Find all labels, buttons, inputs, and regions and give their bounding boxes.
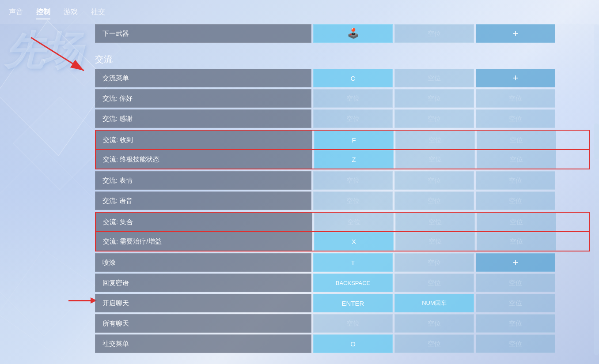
row-next-weapon: 下一武器 🕹️ 空位 + <box>95 24 590 43</box>
action-open-chat: 开启聊天 <box>95 294 311 312</box>
action-rally: 交流: 集合 <box>96 213 312 231</box>
row-social-menu: 社交菜单 O 空位 空位 <box>95 334 590 353</box>
row-rally: 交流: 集合 空位 空位 空位 <box>96 213 589 231</box>
row-hello: 交流: 你好 空位 空位 空位 <box>95 89 590 108</box>
key-rally-2[interactable]: 空位 <box>395 213 475 231</box>
key-hello-2[interactable]: 空位 <box>394 89 474 108</box>
nav-item-sound[interactable]: 声音 <box>9 6 23 19</box>
key-emote-2[interactable]: 空位 <box>394 171 474 190</box>
key-spray-2[interactable]: 空位 <box>394 253 474 272</box>
nav-bar: 声音 控制 游戏 社交 <box>0 0 599 24</box>
action-voice: 交流: 语音 <box>95 191 311 210</box>
key-heal-3[interactable]: 空位 <box>477 232 556 251</box>
row-reply: 回复密语 BACKSPACE 空位 空位 <box>95 274 590 292</box>
action-communication-menu: 交流菜单 <box>95 69 311 87</box>
key-ultimate-status-2[interactable]: 空位 <box>395 150 475 169</box>
key-open-chat-2[interactable]: NUM回车 <box>394 294 474 312</box>
row-emote: 交流: 表情 空位 空位 空位 <box>95 171 590 190</box>
action-hello: 交流: 你好 <box>95 89 311 108</box>
key-all-chat-2[interactable]: 空位 <box>394 314 474 333</box>
key-all-chat-1[interactable]: 空位 <box>313 314 393 333</box>
key-heal-2[interactable]: 空位 <box>395 232 475 251</box>
key-next-weapon-3[interactable]: + <box>476 24 555 43</box>
key-rally-1[interactable]: 空位 <box>314 213 394 231</box>
key-reply-3[interactable]: 空位 <box>476 274 555 292</box>
key-ultimate-status-3[interactable]: 空位 <box>477 150 556 169</box>
action-reply: 回复密语 <box>95 274 311 292</box>
key-next-weapon-2[interactable]: 空位 <box>394 24 474 43</box>
action-all-chat: 所有聊天 <box>95 314 311 333</box>
scrollbar-thumb[interactable] <box>594 124 599 159</box>
row-open-chat: 开启聊天 ENTER NUM回车 空位 <box>95 294 590 312</box>
row-thanks: 交流: 感谢 空位 空位 空位 <box>95 109 590 128</box>
nav-item-game[interactable]: 游戏 <box>64 6 78 19</box>
row-heal: 交流: 需要治疗/增益 X 空位 空位 <box>96 232 589 251</box>
main-content: 下一武器 🕹️ 空位 + 交流 交流菜单 C 空位 + 交流: 你好 空位 空位… <box>95 24 590 355</box>
key-social-menu-3[interactable]: 空位 <box>476 334 555 353</box>
row-received: 交流: 收到 F 空位 空位 <box>96 131 589 149</box>
row-ultimate-status: 交流: 终极技能状态 Z 空位 空位 <box>96 150 589 169</box>
action-received: 交流: 收到 <box>96 131 312 149</box>
red-group-1: 交流: 收到 F 空位 空位 交流: 终极技能状态 Z 空位 空位 <box>95 130 590 169</box>
key-social-menu-1[interactable]: O <box>313 334 393 353</box>
action-ultimate-status: 交流: 终极技能状态 <box>96 150 312 169</box>
key-thanks-2[interactable]: 空位 <box>394 109 474 128</box>
key-received-1[interactable]: F <box>314 131 394 149</box>
key-hello-1[interactable]: 空位 <box>313 89 393 108</box>
nav-item-control[interactable]: 控制 <box>36 6 50 19</box>
key-spray-3[interactable]: + <box>476 253 555 272</box>
key-voice-2[interactable]: 空位 <box>394 191 474 210</box>
key-thanks-3[interactable]: 空位 <box>476 109 555 128</box>
key-next-weapon-1[interactable]: 🕹️ <box>313 24 393 43</box>
key-reply-1[interactable]: BACKSPACE <box>313 274 393 292</box>
page-title: 先场 <box>4 31 80 71</box>
action-social-menu: 社交菜单 <box>95 334 311 353</box>
action-thanks: 交流: 感谢 <box>95 109 311 128</box>
key-spray-1[interactable]: T <box>313 253 393 272</box>
key-communication-menu-2[interactable]: 空位 <box>394 69 474 87</box>
row-voice: 交流: 语音 空位 空位 空位 <box>95 191 590 210</box>
key-open-chat-1[interactable]: ENTER <box>313 294 393 312</box>
arrow-annotation-horizontal <box>68 297 97 304</box>
action-spray: 喷漆 <box>95 253 311 272</box>
key-communication-menu-3[interactable]: + <box>476 69 555 87</box>
action-emote: 交流: 表情 <box>95 171 311 190</box>
key-heal-1[interactable]: X <box>314 232 394 251</box>
joystick-icon: 🕹️ <box>347 28 359 39</box>
row-all-chat: 所有聊天 空位 空位 空位 <box>95 314 590 333</box>
nav-item-social[interactable]: 社交 <box>91 6 105 19</box>
key-emote-3[interactable]: 空位 <box>476 171 555 190</box>
key-voice-3[interactable]: 空位 <box>476 191 555 210</box>
row-spray: 喷漆 T 空位 + <box>95 253 590 272</box>
section-header-communication: 交流 <box>95 48 590 69</box>
key-voice-1[interactable]: 空位 <box>313 191 393 210</box>
key-reply-2[interactable]: 空位 <box>394 274 474 292</box>
key-open-chat-3[interactable]: 空位 <box>476 294 555 312</box>
key-ultimate-status-1[interactable]: Z <box>314 150 394 169</box>
key-received-2[interactable]: 空位 <box>395 131 475 149</box>
scrollbar[interactable] <box>594 24 599 355</box>
key-received-3[interactable]: 空位 <box>477 131 556 149</box>
action-next-weapon: 下一武器 <box>95 24 311 43</box>
key-hello-3[interactable]: 空位 <box>476 89 555 108</box>
key-social-menu-2[interactable]: 空位 <box>394 334 474 353</box>
key-emote-1[interactable]: 空位 <box>313 171 393 190</box>
key-thanks-1[interactable]: 空位 <box>313 109 393 128</box>
key-communication-menu-1[interactable]: C <box>313 69 393 87</box>
key-all-chat-3[interactable]: 空位 <box>476 314 555 333</box>
red-group-2: 交流: 集合 空位 空位 空位 交流: 需要治疗/增益 X 空位 空位 <box>95 212 590 251</box>
key-rally-3[interactable]: 空位 <box>477 213 556 231</box>
action-heal: 交流: 需要治疗/增益 <box>96 232 312 251</box>
row-communication-menu: 交流菜单 C 空位 + <box>95 69 590 87</box>
